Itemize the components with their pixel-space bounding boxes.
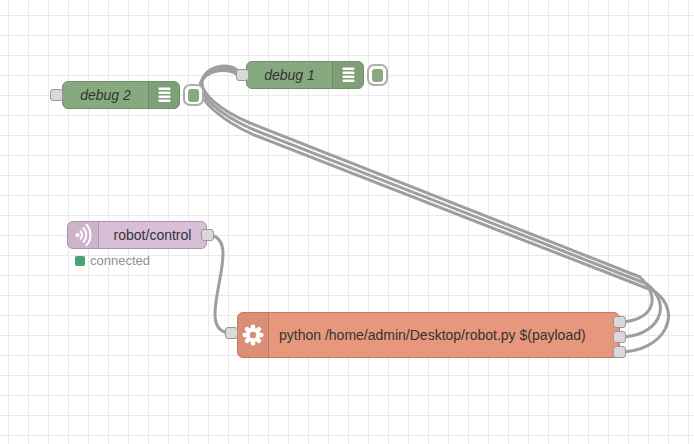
wire-exec-out3-to-debug1[interactable] [200, 71, 669, 352]
node-label: python /home/admin/Desktop/robot.py $(pa… [269, 313, 619, 357]
node-mqtt-robot-control[interactable]: robot/control [67, 221, 207, 249]
node-label: debug 1 [247, 62, 332, 88]
status-dot-icon [75, 256, 85, 266]
wire-exec-out1-to-debug1[interactable] [202, 66, 652, 322]
debug-list-icon [332, 62, 363, 88]
exec-output-port-2[interactable] [613, 331, 626, 343]
debug1-toggle-button[interactable] [367, 64, 388, 86]
status-text: connected [90, 253, 150, 268]
node-debug-1[interactable]: debug 1 [246, 61, 364, 89]
gear-icon [238, 313, 269, 357]
debug-list-icon [148, 82, 179, 108]
node-exec-python[interactable]: python /home/admin/Desktop/robot.py $(pa… [237, 312, 620, 358]
wire-mqtt-to-exec[interactable] [207, 235, 231, 333]
node-label: robot/control [99, 222, 206, 248]
exec-input-port[interactable] [225, 327, 238, 339]
broadcast-icon [68, 222, 99, 248]
mqtt-output-port[interactable] [201, 229, 214, 241]
debug2-toggle-indicator [188, 89, 199, 102]
exec-output-port-1[interactable] [613, 316, 626, 328]
node-debug-2[interactable]: debug 2 [62, 81, 180, 109]
exec-output-port-3[interactable] [613, 346, 626, 358]
mqtt-status: connected [75, 253, 150, 268]
debug1-input-port[interactable] [236, 69, 249, 81]
node-label: debug 2 [63, 82, 148, 108]
flow-canvas[interactable]: debug 2 debug 1 [0, 0, 694, 444]
debug2-toggle-button[interactable] [183, 84, 204, 106]
debug2-input-port[interactable] [50, 89, 63, 101]
debug1-toggle-indicator [372, 69, 383, 82]
